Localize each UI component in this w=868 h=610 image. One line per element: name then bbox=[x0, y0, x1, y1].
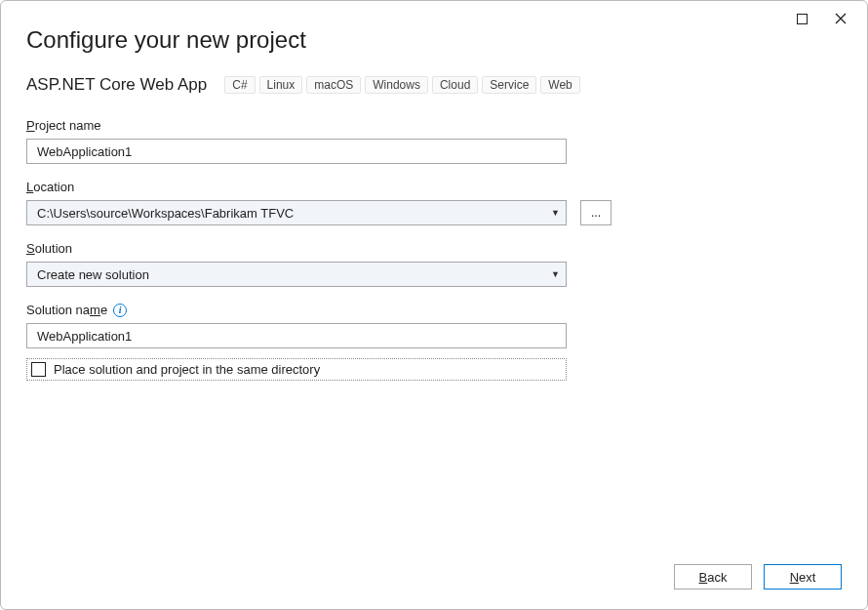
close-icon bbox=[835, 13, 847, 24]
tag: Linux bbox=[259, 76, 303, 94]
location-group: Location C:\Users\source\Workspaces\Fabr… bbox=[26, 180, 842, 225]
solution-name-label: Solution name i bbox=[26, 303, 842, 317]
same-directory-checkbox[interactable]: Place solution and project in the same d… bbox=[26, 358, 567, 381]
close-button[interactable] bbox=[826, 7, 855, 30]
same-directory-label: Place solution and project in the same d… bbox=[54, 362, 320, 377]
maximize-button[interactable] bbox=[787, 7, 816, 30]
chevron-down-icon: ▼ bbox=[551, 269, 560, 279]
solution-group: Solution Create new solution ▼ bbox=[26, 241, 842, 287]
location-label: Location bbox=[26, 180, 842, 194]
tag: Cloud bbox=[432, 76, 478, 94]
maximize-icon bbox=[797, 14, 808, 24]
tag: Windows bbox=[365, 76, 428, 94]
back-button[interactable]: Back bbox=[674, 564, 752, 590]
page-title: Configure your new project bbox=[26, 26, 842, 54]
solution-label: Solution bbox=[26, 241, 842, 256]
project-name-group: Project name bbox=[26, 118, 842, 164]
tag: C# bbox=[224, 76, 255, 94]
solution-combo[interactable]: Create new solution ▼ bbox=[26, 262, 567, 287]
next-button[interactable]: Next bbox=[764, 564, 842, 590]
chevron-down-icon: ▼ bbox=[551, 208, 560, 218]
location-value: C:\Users\source\Workspaces\Fabrikam TFVC bbox=[37, 206, 294, 221]
solution-name-input[interactable] bbox=[26, 323, 567, 348]
dialog-content: Configure your new project ASP.NET Core … bbox=[1, 1, 867, 381]
solution-value: Create new solution bbox=[37, 267, 149, 282]
template-info-row: ASP.NET Core Web App C# Linux macOS Wind… bbox=[26, 75, 842, 95]
checkbox-box-icon bbox=[31, 362, 46, 377]
template-name: ASP.NET Core Web App bbox=[26, 75, 207, 95]
tag: macOS bbox=[306, 76, 361, 94]
tag: Web bbox=[540, 76, 579, 94]
titlebar bbox=[787, 1, 867, 30]
svg-rect-0 bbox=[797, 14, 807, 23]
location-combo[interactable]: C:\Users\source\Workspaces\Fabrikam TFVC… bbox=[26, 200, 567, 225]
footer-buttons: Back Next bbox=[674, 564, 842, 590]
project-name-input[interactable] bbox=[26, 139, 567, 164]
browse-location-button[interactable]: ... bbox=[580, 200, 612, 225]
solution-name-group: Solution name i Place solution and proje… bbox=[26, 303, 842, 381]
info-icon[interactable]: i bbox=[113, 304, 127, 317]
project-name-label: Project name bbox=[26, 118, 842, 133]
tag: Service bbox=[482, 76, 536, 94]
template-tags: C# Linux macOS Windows Cloud Service Web bbox=[224, 76, 580, 94]
